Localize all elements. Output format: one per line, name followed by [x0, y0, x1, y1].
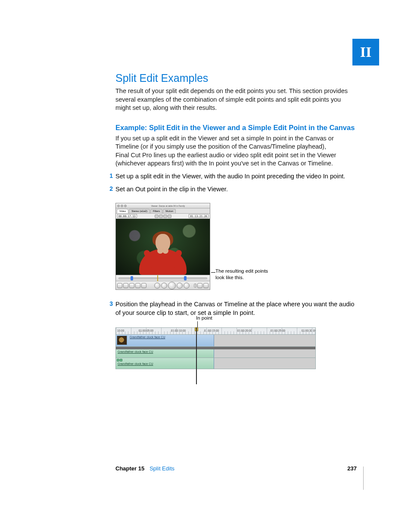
viewer-transport-controls — [116, 281, 210, 289]
viewer-image — [116, 219, 210, 275]
page-footer: Chapter 15 Split Edits 237 — [115, 465, 357, 472]
timeline-video-clip[interactable]: Grandfather clock face CU — [116, 335, 214, 346]
window-zoom-icon — [124, 205, 127, 207]
play-in-to-out-button[interactable] — [161, 283, 167, 289]
play-around-button[interactable] — [177, 283, 183, 289]
mark-in-button[interactable] — [117, 283, 122, 288]
prev-edit-button[interactable] — [154, 283, 160, 289]
clip-thumbnail-icon — [117, 336, 127, 345]
step-1: 1 Set up a split edit in the Viewer, wit… — [115, 172, 357, 181]
ruler-timecode: 10:00 — [117, 329, 124, 332]
timeline-video-track[interactable]: Grandfather clock face CU — [115, 335, 316, 347]
clip-label: Grandfather clock face CU — [118, 350, 153, 353]
in-point-marker-icon[interactable] — [131, 276, 133, 280]
timeline-audio-clip[interactable]: Grandfather clock face CU — [116, 349, 214, 358]
shuttle-control[interactable] — [194, 283, 196, 288]
footer-title: Split Edits — [149, 465, 174, 472]
step-text: Set up a split edit in the Viewer, with … — [115, 172, 345, 181]
timeline-callout-text: In point — [196, 315, 212, 320]
viewer-titlebar: Viewer: Dance at table 04 in Family — [116, 203, 210, 208]
tab-motion[interactable]: Motion — [163, 209, 176, 213]
clip-label: Grandfather clock face CU — [130, 336, 165, 339]
tab-filters[interactable]: Filters — [150, 209, 162, 213]
viewer-figure: Viewer: Dance at table 04 in Family Vide… — [115, 203, 357, 290]
timeline-audio-track-2[interactable]: Grandfather clock face CU — [115, 358, 316, 369]
footer-chapter: Chapter 15 — [115, 465, 144, 472]
section-tab: II — [352, 39, 379, 65]
viewer-callout-text: The resulting edit points look like this… — [215, 268, 276, 280]
viewer-current-tc[interactable]: 01:13:21:26 — [189, 214, 209, 218]
callout-leader-line — [211, 272, 215, 273]
tab-video[interactable]: Video — [117, 209, 128, 213]
play-button[interactable] — [168, 282, 176, 289]
step-3: 3 Position the playhead in the Canvas or… — [115, 300, 357, 317]
add-keyframe-button[interactable] — [135, 283, 140, 288]
step-2: 2 Set an Out point in the clip in the Vi… — [115, 185, 357, 194]
step-number: 2 — [108, 185, 115, 194]
example-heading: Example: Split Edit in the Viewer and a … — [115, 124, 357, 132]
viewer-zoom-controls[interactable] — [155, 215, 171, 218]
step-number: 3 — [108, 300, 115, 317]
viewer-duration[interactable]: 00:00:17:13 — [117, 214, 137, 218]
example-paragraph: If you set up a split edit in the Viewer… — [115, 134, 357, 168]
viewer-timecode-row: 00:00:17:13 01:13:21:26 — [116, 214, 210, 219]
window-minimize-icon — [121, 205, 123, 207]
add-marker-button[interactable] — [129, 283, 134, 288]
mark-out-button[interactable] — [123, 283, 128, 288]
timeline-ruler[interactable]: 10:00 01:00:05:00 01:00:10:00 01:00:15:0… — [115, 327, 316, 335]
stereo-pair-icon — [117, 359, 122, 361]
timeline-callout: In point — [196, 315, 212, 320]
tab-stereo[interactable]: Stereo (a1a2) — [129, 209, 150, 213]
timeline-audio-clip[interactable]: Grandfather clock face CU — [116, 358, 214, 369]
overwrite-button[interactable] — [203, 283, 209, 288]
insert-button[interactable] — [197, 283, 202, 288]
section-heading: Split Edit Examples — [115, 72, 357, 84]
timeline-figure: In point 10:00 01:00:05:00 01:00:10:00 0… — [115, 327, 316, 369]
playhead-icon[interactable] — [157, 275, 158, 281]
intro-paragraph: The result of your split edit depends on… — [115, 87, 357, 112]
footer-page-number: 237 — [347, 465, 357, 472]
next-edit-button[interactable] — [184, 283, 190, 289]
page-edge-rule — [363, 467, 364, 490]
mark-clip-button[interactable] — [141, 283, 146, 288]
clip-label: Grandfather clock face CU — [118, 362, 153, 365]
viewer-scrubber[interactable] — [116, 275, 210, 281]
viewer-window: Viewer: Dance at table 04 in Family Vide… — [115, 203, 210, 290]
viewer-title: Viewer: Dance at table 04 in Family — [151, 205, 185, 207]
timeline-audio-track-1[interactable]: Grandfather clock face CU — [115, 349, 316, 358]
step-text: Set an Out point in the clip in the View… — [115, 185, 228, 194]
window-close-icon — [117, 205, 120, 207]
step-text: Position the playhead in the Canvas or T… — [115, 300, 357, 317]
out-point-marker-icon[interactable] — [184, 276, 187, 280]
viewer-tabs: Video Stereo (a1a2) Filters Motion — [116, 208, 210, 214]
step-number: 1 — [108, 172, 115, 181]
